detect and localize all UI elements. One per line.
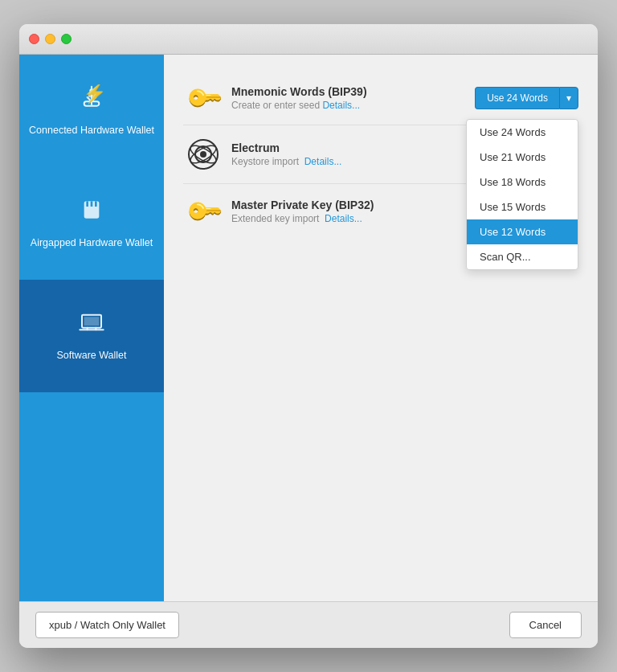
mnemonic-icon-wrap: 🔑: [183, 84, 223, 112]
master-key-icon: 🔑: [183, 191, 224, 232]
dropdown-item-24[interactable]: Use 24 Words: [467, 120, 578, 145]
svg-rect-4: [91, 202, 93, 207]
key-icon: 🔑: [183, 77, 224, 118]
svg-point-10: [200, 151, 206, 158]
window-content: ⚡ Connected Hardware Wallet Airgapped Ha…: [19, 55, 598, 601]
use-24-words-button[interactable]: Use 24 Words: [475, 87, 559, 109]
dropdown-item-12[interactable]: Use 12 Words: [467, 219, 578, 244]
mnemonic-details-link[interactable]: Details...: [322, 100, 360, 111]
master-key-details-link[interactable]: Details...: [325, 213, 362, 224]
dropdown-item-qr[interactable]: Scan QR...: [467, 244, 578, 269]
laptop-icon: [79, 309, 104, 341]
mnemonic-dropdown-toggle[interactable]: ▾: [559, 87, 578, 109]
sidebar-item-software-wallet[interactable]: Software Wallet: [19, 280, 164, 392]
svg-rect-7: [84, 318, 100, 326]
xpub-button[interactable]: xpub / Watch Only Wallet: [35, 612, 179, 638]
mnemonic-name: Mnemonic Words (BIP39): [231, 85, 475, 98]
dropdown-item-18[interactable]: Use 18 Words: [467, 170, 578, 195]
traffic-lights: [29, 34, 72, 44]
sidebar-airgapped-label: Airgapped Hardware Wallet: [31, 236, 153, 249]
sidebar-item-airgapped-hardware[interactable]: Airgapped Hardware Wallet: [19, 167, 164, 280]
electrum-details-link[interactable]: Details...: [304, 156, 342, 167]
words-dropdown-menu: Use 24 Words Use 21 Words Use 18 Words U…: [466, 119, 578, 270]
cancel-button[interactable]: Cancel: [509, 612, 582, 638]
dropdown-item-15[interactable]: Use 15 Words: [467, 195, 578, 219]
mnemonic-info: Mnemonic Words (BIP39) Create or enter s…: [223, 85, 475, 111]
electrum-icon-wrap: [183, 138, 223, 170]
electrum-icon: [187, 138, 219, 170]
svg-text:⚡: ⚡: [83, 84, 104, 104]
mnemonic-button-group: Use 24 Words ▾: [475, 87, 578, 109]
sd-card-icon: [79, 197, 104, 228]
main-content: 🔑 Mnemonic Words (BIP39) Create or enter…: [164, 55, 598, 601]
bottom-bar: xpub / Watch Only Wallet Cancel: [19, 601, 598, 648]
titlebar: [19, 24, 598, 55]
close-button[interactable]: [29, 34, 39, 44]
dropdown-item-21[interactable]: Use 21 Words: [467, 145, 578, 170]
svg-rect-3: [86, 202, 88, 207]
usb-icon: ⚡: [79, 84, 104, 116]
sidebar-software-label: Software Wallet: [56, 349, 126, 362]
wallet-option-mnemonic: 🔑 Mnemonic Words (BIP39) Create or enter…: [183, 71, 578, 125]
maximize-button[interactable]: [61, 34, 72, 44]
sidebar-connected-hardware-label: Connected Hardware Wallet: [29, 124, 154, 137]
minimize-button[interactable]: [45, 34, 55, 44]
sidebar-item-connected-hardware[interactable]: ⚡ Connected Hardware Wallet: [19, 55, 164, 167]
mnemonic-desc: Create or enter seed Details...: [231, 100, 475, 111]
sidebar: ⚡ Connected Hardware Wallet Airgapped Ha…: [19, 55, 164, 601]
main-window: ⚡ Connected Hardware Wallet Airgapped Ha…: [19, 24, 598, 648]
master-key-icon-wrap: 🔑: [183, 197, 223, 225]
svg-rect-5: [95, 202, 97, 207]
